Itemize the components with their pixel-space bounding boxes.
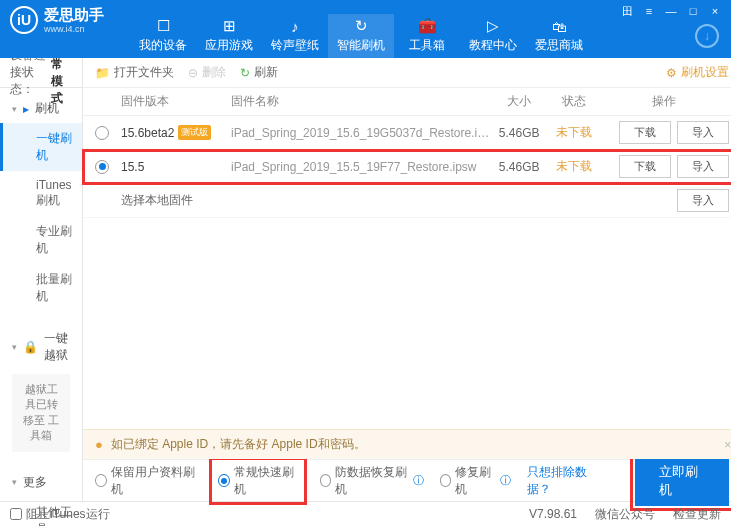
- download-button[interactable]: 下载: [619, 121, 671, 144]
- nav-5[interactable]: ▷教程中心: [460, 14, 526, 58]
- local-firmware-label: 选择本地固件: [121, 192, 193, 209]
- nav-1[interactable]: ⊞应用游戏: [196, 14, 262, 58]
- warning-icon: ●: [95, 437, 103, 452]
- download-button[interactable]: 下载: [619, 155, 671, 178]
- sidebar-section-more[interactable]: ▾更多: [0, 468, 82, 497]
- win-control-4[interactable]: ×: [705, 3, 725, 19]
- col-status: 状态: [549, 93, 599, 110]
- firmware-radio[interactable]: [95, 160, 109, 174]
- app-logo-icon: iU: [10, 6, 38, 34]
- col-size: 大小: [489, 93, 549, 110]
- exclude-data-link[interactable]: 只想排除数据？: [527, 464, 602, 498]
- sidebar-item[interactable]: 专业刷机: [0, 216, 82, 264]
- delete-button[interactable]: ⊖删除: [188, 64, 226, 81]
- option-normal-flash[interactable]: 常规快速刷机: [212, 460, 304, 502]
- win-control-0[interactable]: 田: [617, 3, 637, 19]
- option-anti-recovery[interactable]: 防数据恢复刷机ⓘ: [320, 464, 424, 498]
- sidebar-section-flash[interactable]: ▾▸刷机: [0, 94, 82, 123]
- block-itunes-checkbox[interactable]: 阻止iTunes运行: [10, 506, 110, 523]
- flash-settings-button[interactable]: ⚙刷机设置: [666, 64, 729, 81]
- col-version: 固件版本: [121, 93, 231, 110]
- download-manager-icon[interactable]: ↓: [695, 24, 719, 48]
- firmware-row[interactable]: 15.6beta2测试版iPad_Spring_2019_15.6_19G503…: [83, 116, 731, 150]
- sidebar-item[interactable]: iTunes刷机: [0, 171, 82, 216]
- col-name: 固件名称: [231, 93, 489, 110]
- check-update-link[interactable]: 检查更新: [673, 506, 721, 523]
- connection-status: 设备连接状态：正常模式: [0, 58, 82, 88]
- flash-now-button[interactable]: 立即刷机: [635, 456, 730, 506]
- refresh-button[interactable]: ↻刷新: [240, 64, 278, 81]
- nav-2[interactable]: ♪铃声壁纸: [262, 14, 328, 58]
- app-name: 爱思助手: [44, 6, 104, 24]
- nav-6[interactable]: 🛍爱思商城: [526, 14, 592, 58]
- import-button[interactable]: 导入: [677, 121, 729, 144]
- close-warning-icon[interactable]: ×: [724, 438, 731, 452]
- firmware-row[interactable]: 15.5iPad_Spring_2019_15.5_19F77_Restore.…: [83, 150, 731, 184]
- jailbreak-moved-note: 越狱工具已转移至 工具箱: [12, 374, 70, 452]
- appleid-warning: ● 如已绑定 Apple ID，请先备好 Apple ID和密码。 ×: [83, 429, 731, 459]
- firmware-radio[interactable]: [95, 126, 109, 140]
- open-folder-button[interactable]: 📁打开文件夹: [95, 64, 174, 81]
- option-repair[interactable]: 修复刷机ⓘ: [440, 464, 512, 498]
- nav-0[interactable]: ☐我的设备: [130, 14, 196, 58]
- info-icon[interactable]: ⓘ: [500, 473, 511, 488]
- sidebar-section-jailbreak[interactable]: ▾🔒一键越狱: [0, 324, 82, 370]
- import-button[interactable]: 导入: [677, 155, 729, 178]
- nav-4[interactable]: 🧰工具箱: [394, 14, 460, 58]
- sidebar-item[interactable]: 一键刷机: [0, 123, 82, 171]
- win-control-3[interactable]: □: [683, 3, 703, 19]
- import-local-button[interactable]: 导入: [677, 189, 729, 212]
- app-url: www.i4.cn: [44, 24, 104, 35]
- col-ops: 操作: [599, 93, 729, 110]
- win-control-2[interactable]: —: [661, 3, 681, 19]
- wechat-link[interactable]: 微信公众号: [595, 506, 655, 523]
- win-control-1[interactable]: ≡: [639, 3, 659, 19]
- sidebar-item[interactable]: 批量刷机: [0, 264, 82, 312]
- version-label: V7.98.61: [529, 507, 577, 521]
- info-icon[interactable]: ⓘ: [413, 473, 424, 488]
- option-keep-data[interactable]: 保留用户资料刷机: [95, 464, 196, 498]
- nav-3[interactable]: ↻智能刷机: [328, 14, 394, 58]
